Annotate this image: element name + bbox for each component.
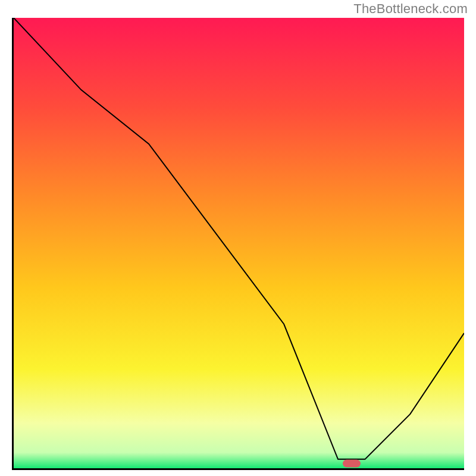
- watermark-text: TheBottleneck.com: [353, 1, 468, 17]
- svg-rect-0: [14, 18, 464, 468]
- chart-gradient-background: [14, 18, 464, 468]
- chart-area: [12, 18, 464, 470]
- optimal-point-marker: [343, 460, 361, 468]
